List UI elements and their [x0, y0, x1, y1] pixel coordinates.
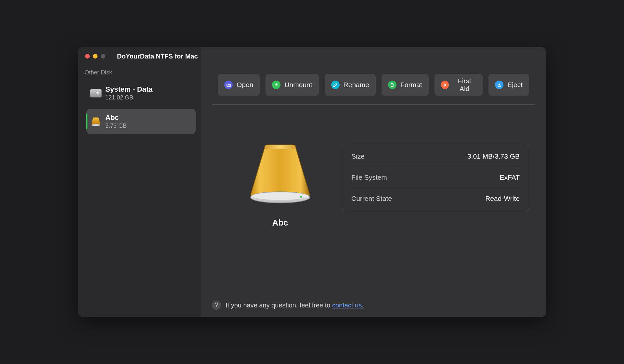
button-label: Unmount [284, 81, 312, 89]
unmount-icon [272, 81, 280, 89]
drive-visual: Abc [238, 144, 322, 228]
close-window-button[interactable] [85, 54, 90, 58]
first-aid-button[interactable]: First Aid [435, 74, 483, 96]
eject-button[interactable]: Eject [488, 74, 529, 96]
drive-label: Abc [272, 218, 288, 228]
internal-disk-icon [90, 89, 102, 98]
open-button[interactable]: Open [218, 74, 260, 96]
help-icon[interactable]: ? [212, 301, 221, 310]
info-value: ExFAT [500, 174, 520, 181]
unmount-button[interactable]: Unmount [266, 74, 318, 96]
info-row-filesystem: File System ExFAT [351, 167, 520, 188]
info-label: File System [351, 174, 387, 181]
svg-point-3 [252, 192, 309, 200]
external-disk-icon [91, 116, 101, 127]
minimize-window-button[interactable] [93, 54, 98, 58]
button-label: Eject [507, 81, 523, 89]
info-value: 3.01 MB/3.73 GB [467, 152, 520, 160]
format-button[interactable]: Format [382, 74, 429, 96]
rename-icon [331, 81, 340, 89]
footer: ? If you have any question, feel free to… [212, 301, 535, 310]
svg-point-1 [444, 84, 446, 86]
info-value: Read-Write [485, 195, 520, 202]
sidebar: DoYourData NTFS for Mac Other Disk Syste… [78, 47, 201, 317]
app-title: DoYourData NTFS for Mac [117, 53, 198, 60]
info-row-size: Size 3.01 MB/3.73 GB [351, 146, 520, 167]
footer-text: If you have any question, feel free to c… [226, 302, 364, 309]
info-row-state: Current State Read-Write [351, 188, 520, 209]
maximize-window-button[interactable] [101, 54, 105, 58]
first-aid-icon [441, 81, 449, 89]
main-panel: Open Unmount Rename Format [201, 47, 546, 317]
info-panel: Size 3.01 MB/3.73 GB File System ExFAT C… [342, 144, 529, 211]
disk-size: 121.02 GB [105, 94, 153, 101]
disk-name: System - Data [105, 85, 153, 94]
format-icon [388, 81, 396, 89]
button-label: First Aid [453, 77, 476, 93]
eject-icon [495, 81, 503, 89]
contact-us-link[interactable]: contact us. [332, 302, 364, 309]
sidebar-section-label: Other Disk [78, 61, 201, 81]
button-label: Format [400, 81, 422, 89]
info-label: Current State [351, 195, 392, 202]
rename-button[interactable]: Rename [325, 74, 376, 96]
sidebar-item-abc[interactable]: Abc 3.73 GB [86, 109, 196, 134]
info-label: Size [351, 152, 365, 160]
app-window: DoYourData NTFS for Mac Other Disk Syste… [78, 47, 546, 317]
disk-size: 3.73 GB [105, 123, 127, 129]
button-label: Rename [344, 81, 369, 89]
external-disk-large-icon [246, 144, 314, 207]
footer-prompt: If you have any question, feel free to [226, 302, 332, 309]
sidebar-item-system-data[interactable]: System - Data 121.02 GB [86, 81, 196, 106]
disk-name: Abc [105, 113, 127, 122]
svg-point-0 [92, 124, 100, 126]
button-label: Open [237, 81, 253, 89]
svg-point-4 [300, 196, 302, 198]
detail-content: Abc Size 3.01 MB/3.73 GB File System ExF… [212, 105, 535, 228]
folder-open-icon [224, 81, 233, 89]
toolbar: Open Unmount Rename Format [212, 63, 535, 105]
